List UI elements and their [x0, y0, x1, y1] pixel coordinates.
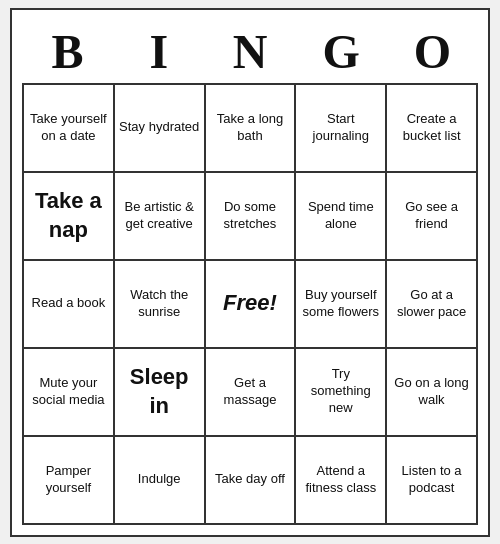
- bingo-cell: Take yourself on a date: [24, 85, 115, 173]
- bingo-letter: B: [22, 20, 113, 83]
- bingo-cell: Mute your social media: [24, 349, 115, 437]
- bingo-cell: Be artistic & get creative: [115, 173, 206, 261]
- bingo-cell: Attend a fitness class: [296, 437, 387, 525]
- bingo-letter: O: [387, 20, 478, 83]
- bingo-header: BINGO: [22, 20, 478, 83]
- bingo-cell: Create a bucket list: [387, 85, 478, 173]
- bingo-letter: N: [204, 20, 295, 83]
- bingo-cell: Go see a friend: [387, 173, 478, 261]
- bingo-cell: Pamper yourself: [24, 437, 115, 525]
- bingo-cell: Watch the sunrise: [115, 261, 206, 349]
- bingo-cell: Take a nap: [24, 173, 115, 261]
- bingo-grid: Take yourself on a dateStay hydratedTake…: [22, 83, 478, 525]
- bingo-cell: Do some stretches: [206, 173, 297, 261]
- bingo-cell: Get a massage: [206, 349, 297, 437]
- bingo-letter: I: [113, 20, 204, 83]
- bingo-cell: Take day off: [206, 437, 297, 525]
- bingo-letter: G: [296, 20, 387, 83]
- bingo-cell: Take a long bath: [206, 85, 297, 173]
- bingo-cell: Go at a slower pace: [387, 261, 478, 349]
- bingo-cell: Go on a long walk: [387, 349, 478, 437]
- bingo-cell: Spend time alone: [296, 173, 387, 261]
- bingo-cell: Free!: [206, 261, 297, 349]
- bingo-cell: Start journaling: [296, 85, 387, 173]
- bingo-cell: Try something new: [296, 349, 387, 437]
- bingo-cell: Read a book: [24, 261, 115, 349]
- bingo-card: BINGO Take yourself on a dateStay hydrat…: [10, 8, 490, 537]
- bingo-cell: Listen to a podcast: [387, 437, 478, 525]
- bingo-cell: Stay hydrated: [115, 85, 206, 173]
- bingo-cell: Buy yourself some flowers: [296, 261, 387, 349]
- bingo-cell: Indulge: [115, 437, 206, 525]
- bingo-cell: Sleep in: [115, 349, 206, 437]
